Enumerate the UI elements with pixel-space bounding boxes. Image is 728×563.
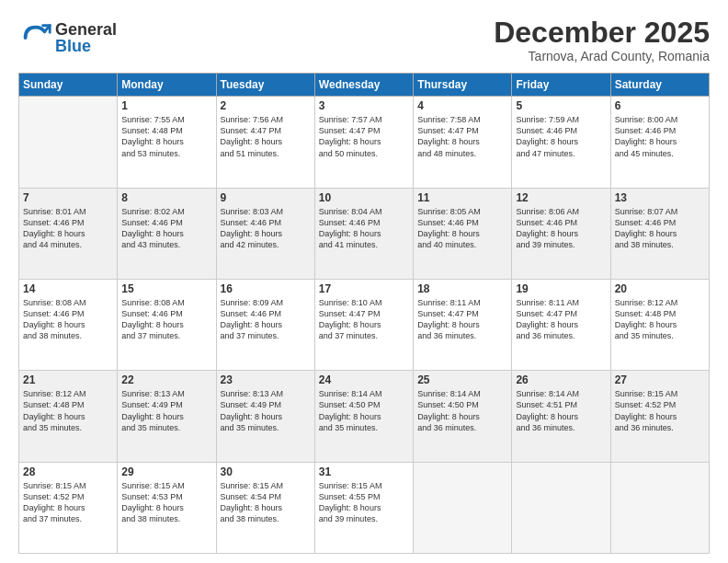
week-row: 1Sunrise: 7:55 AMSunset: 4:48 PMDaylight… <box>19 97 710 188</box>
cell-info: Sunrise: 8:11 AMSunset: 4:47 PMDaylight:… <box>417 297 507 342</box>
calendar-cell: 14Sunrise: 8:08 AMSunset: 4:46 PMDayligh… <box>19 279 118 370</box>
cell-info: Sunrise: 8:11 AMSunset: 4:47 PMDaylight:… <box>516 297 606 342</box>
cell-info: Sunrise: 8:10 AMSunset: 4:47 PMDaylight:… <box>319 297 409 342</box>
cell-info: Sunrise: 8:15 AMSunset: 4:52 PMDaylight:… <box>23 480 113 525</box>
logo-blue: Blue <box>55 38 117 54</box>
day-number: 17 <box>319 282 409 295</box>
cell-info: Sunrise: 8:12 AMSunset: 4:48 PMDaylight:… <box>23 388 113 433</box>
cell-info: Sunrise: 7:58 AMSunset: 4:47 PMDaylight:… <box>417 114 507 159</box>
cell-info: Sunrise: 8:08 AMSunset: 4:46 PMDaylight:… <box>121 297 211 342</box>
cell-info: Sunrise: 8:12 AMSunset: 4:48 PMDaylight:… <box>615 297 705 342</box>
calendar-cell: 23Sunrise: 8:13 AMSunset: 4:49 PMDayligh… <box>216 371 314 462</box>
day-number: 16 <box>221 282 311 295</box>
cell-info: Sunrise: 8:04 AMSunset: 4:46 PMDaylight:… <box>319 206 409 251</box>
calendar-cell <box>414 462 512 553</box>
week-row: 7Sunrise: 8:01 AMSunset: 4:46 PMDaylight… <box>19 188 710 279</box>
calendar-cell: 6Sunrise: 8:00 AMSunset: 4:46 PMDaylight… <box>610 97 709 188</box>
calendar-cell: 21Sunrise: 8:12 AMSunset: 4:48 PMDayligh… <box>19 371 118 462</box>
day-number: 18 <box>417 282 507 295</box>
day-number: 30 <box>221 465 311 478</box>
day-number: 4 <box>417 99 507 112</box>
calendar-cell: 16Sunrise: 8:09 AMSunset: 4:46 PMDayligh… <box>216 279 314 370</box>
calendar-cell: 19Sunrise: 8:11 AMSunset: 4:47 PMDayligh… <box>512 279 610 370</box>
cell-info: Sunrise: 8:01 AMSunset: 4:46 PMDaylight:… <box>23 206 113 251</box>
day-number: 20 <box>615 282 705 295</box>
calendar-cell: 1Sunrise: 7:55 AMSunset: 4:48 PMDaylight… <box>118 97 216 188</box>
day-number: 10 <box>319 191 409 204</box>
calendar-cell: 13Sunrise: 8:07 AMSunset: 4:46 PMDayligh… <box>610 188 709 279</box>
day-number: 24 <box>319 373 409 386</box>
cell-info: Sunrise: 8:14 AMSunset: 4:50 PMDaylight:… <box>417 388 507 433</box>
day-number: 29 <box>121 465 211 478</box>
calendar-cell: 31Sunrise: 8:15 AMSunset: 4:55 PMDayligh… <box>314 462 413 553</box>
day-number: 12 <box>516 191 606 204</box>
logo-text: General Blue <box>55 21 117 54</box>
day-number: 9 <box>221 191 311 204</box>
day-number: 5 <box>516 99 606 112</box>
logo: General Blue <box>18 20 117 55</box>
week-row: 14Sunrise: 8:08 AMSunset: 4:46 PMDayligh… <box>19 279 710 370</box>
day-number: 13 <box>615 191 705 204</box>
day-number: 1 <box>121 99 211 112</box>
cell-info: Sunrise: 8:02 AMSunset: 4:46 PMDaylight:… <box>121 206 211 251</box>
calendar-body: 1Sunrise: 7:55 AMSunset: 4:48 PMDaylight… <box>19 97 710 554</box>
calendar-cell: 11Sunrise: 8:05 AMSunset: 4:46 PMDayligh… <box>414 188 512 279</box>
calendar-cell: 7Sunrise: 8:01 AMSunset: 4:46 PMDaylight… <box>19 188 118 279</box>
cell-info: Sunrise: 8:15 AMSunset: 4:54 PMDaylight:… <box>221 480 311 525</box>
cell-info: Sunrise: 8:09 AMSunset: 4:46 PMDaylight:… <box>221 297 311 342</box>
week-row: 21Sunrise: 8:12 AMSunset: 4:48 PMDayligh… <box>19 371 710 462</box>
calendar-cell: 22Sunrise: 8:13 AMSunset: 4:49 PMDayligh… <box>118 371 216 462</box>
day-number: 31 <box>319 465 409 478</box>
cell-info: Sunrise: 7:56 AMSunset: 4:47 PMDaylight:… <box>221 114 311 159</box>
cell-info: Sunrise: 8:00 AMSunset: 4:46 PMDaylight:… <box>615 114 705 159</box>
cell-info: Sunrise: 8:14 AMSunset: 4:50 PMDaylight:… <box>319 388 409 433</box>
day-number: 26 <box>516 373 606 386</box>
day-number: 3 <box>319 99 409 112</box>
calendar-cell: 26Sunrise: 8:14 AMSunset: 4:51 PMDayligh… <box>512 371 610 462</box>
page: General Blue December 2025 Tarnova, Arad… <box>0 0 728 563</box>
cell-info: Sunrise: 8:13 AMSunset: 4:49 PMDaylight:… <box>221 388 311 433</box>
day-number: 25 <box>417 373 507 386</box>
calendar-cell: 18Sunrise: 8:11 AMSunset: 4:47 PMDayligh… <box>414 279 512 370</box>
calendar-cell <box>610 462 709 553</box>
calendar: Sunday Monday Tuesday Wednesday Thursday… <box>18 73 710 554</box>
day-number: 8 <box>121 191 211 204</box>
day-number: 22 <box>121 373 211 386</box>
day-number: 27 <box>615 373 705 386</box>
cell-info: Sunrise: 8:15 AMSunset: 4:53 PMDaylight:… <box>121 480 211 525</box>
calendar-cell: 8Sunrise: 8:02 AMSunset: 4:46 PMDaylight… <box>118 188 216 279</box>
cell-info: Sunrise: 8:05 AMSunset: 4:46 PMDaylight:… <box>417 206 507 251</box>
col-friday: Friday <box>512 74 610 97</box>
calendar-cell: 28Sunrise: 8:15 AMSunset: 4:52 PMDayligh… <box>19 462 118 553</box>
calendar-cell: 3Sunrise: 7:57 AMSunset: 4:47 PMDaylight… <box>314 97 413 188</box>
cell-info: Sunrise: 8:08 AMSunset: 4:46 PMDaylight:… <box>23 297 113 342</box>
cell-info: Sunrise: 8:15 AMSunset: 4:55 PMDaylight:… <box>319 480 409 525</box>
cell-info: Sunrise: 7:59 AMSunset: 4:46 PMDaylight:… <box>516 114 606 159</box>
day-number: 14 <box>23 282 113 295</box>
month-title: December 2025 <box>494 17 710 49</box>
day-number: 7 <box>23 191 113 204</box>
logo-general: General <box>55 21 117 38</box>
cell-info: Sunrise: 8:03 AMSunset: 4:46 PMDaylight:… <box>221 206 311 251</box>
logo-icon <box>18 20 53 55</box>
day-number: 28 <box>23 465 113 478</box>
calendar-cell: 27Sunrise: 8:15 AMSunset: 4:52 PMDayligh… <box>610 371 709 462</box>
calendar-cell: 25Sunrise: 8:14 AMSunset: 4:50 PMDayligh… <box>414 371 512 462</box>
title-block: December 2025 Tarnova, Arad County, Roma… <box>494 17 710 63</box>
cell-info: Sunrise: 8:14 AMSunset: 4:51 PMDaylight:… <box>516 388 606 433</box>
col-monday: Monday <box>118 74 216 97</box>
col-thursday: Thursday <box>414 74 512 97</box>
day-number: 15 <box>121 282 211 295</box>
calendar-cell: 10Sunrise: 8:04 AMSunset: 4:46 PMDayligh… <box>314 188 413 279</box>
calendar-cell: 2Sunrise: 7:56 AMSunset: 4:47 PMDaylight… <box>216 97 314 188</box>
cell-info: Sunrise: 7:57 AMSunset: 4:47 PMDaylight:… <box>319 114 409 159</box>
day-number: 11 <box>417 191 507 204</box>
cell-info: Sunrise: 7:55 AMSunset: 4:48 PMDaylight:… <box>121 114 211 159</box>
cell-info: Sunrise: 8:06 AMSunset: 4:46 PMDaylight:… <box>516 206 606 251</box>
col-tuesday: Tuesday <box>216 74 314 97</box>
header: General Blue December 2025 Tarnova, Arad… <box>18 17 710 63</box>
weekday-row: Sunday Monday Tuesday Wednesday Thursday… <box>19 74 710 97</box>
calendar-cell: 29Sunrise: 8:15 AMSunset: 4:53 PMDayligh… <box>118 462 216 553</box>
col-saturday: Saturday <box>610 74 709 97</box>
calendar-cell: 17Sunrise: 8:10 AMSunset: 4:47 PMDayligh… <box>314 279 413 370</box>
